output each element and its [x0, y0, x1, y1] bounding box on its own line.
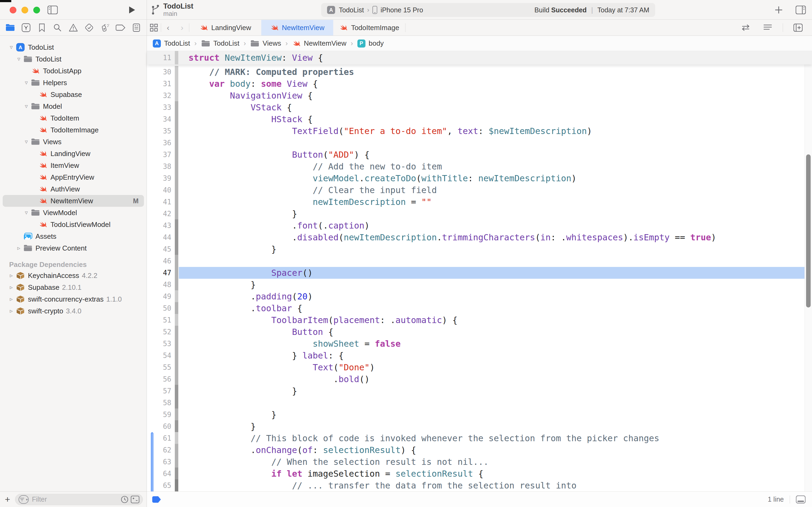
- close-window-button[interactable]: [10, 7, 16, 13]
- code-line-48[interactable]: 48}: [147, 279, 812, 291]
- code-line-37[interactable]: 37Button("ADD") {: [147, 149, 812, 161]
- breadcrumb-item-body[interactable]: Pbody: [357, 39, 384, 48]
- code-line-33[interactable]: 33VStack {: [147, 102, 812, 113]
- sidebar-item-Views[interactable]: ▿Views: [0, 136, 147, 148]
- line-number[interactable]: 61: [147, 432, 171, 444]
- line-number[interactable]: 53: [147, 338, 171, 350]
- sidebar-item-Assets[interactable]: Assets: [0, 230, 147, 242]
- sidebar-item-Preview-Content[interactable]: ▹Preview Content: [0, 242, 147, 254]
- code-line-59[interactable]: 59}: [147, 409, 812, 420]
- breakpoint-tag-icon[interactable]: [115, 22, 126, 34]
- sidebar-item-TodoList[interactable]: ▿ATodoList: [0, 41, 147, 53]
- scrollbar-thumb[interactable]: [806, 154, 811, 307]
- line-number[interactable]: 44: [147, 231, 171, 243]
- sidebar-item-TodoListApp[interactable]: TodoListApp: [0, 65, 147, 77]
- line-number[interactable]: 41: [147, 196, 171, 208]
- source-editor[interactable]: 11struct NewItemView: View { 30// MARK: …: [147, 51, 812, 492]
- line-number[interactable]: 57: [147, 385, 171, 397]
- test-diamond-icon[interactable]: [83, 22, 95, 34]
- code-line-54[interactable]: 54} label: {: [147, 350, 812, 361]
- code-line-47[interactable]: 47Spacer(): [147, 267, 812, 279]
- disclosure-open-icon[interactable]: ▿: [15, 56, 22, 63]
- disclosure-closed-icon[interactable]: ▹: [8, 272, 14, 279]
- line-number[interactable]: 31: [147, 78, 171, 90]
- breadcrumb-item-NewItemView[interactable]: NewItemView: [292, 39, 346, 48]
- sidebar-item-TodoItem[interactable]: TodoItem: [0, 112, 147, 124]
- editor-scrollbar[interactable]: [805, 64, 812, 492]
- line-number[interactable]: 55: [147, 361, 171, 373]
- line-number[interactable]: 64: [147, 468, 171, 480]
- code-line-60[interactable]: 60}: [147, 420, 812, 432]
- line-number[interactable]: 50: [147, 302, 171, 314]
- package-item-swift-crypto[interactable]: ▹swift-crypto3.4.0: [0, 305, 147, 317]
- recent-files-clock-icon[interactable]: [121, 496, 129, 504]
- line-number[interactable]: 34: [147, 113, 171, 125]
- code-line-45[interactable]: 45}: [147, 243, 812, 255]
- toggle-navigator-sidebar-icon[interactable]: [47, 5, 58, 15]
- swap-editors-icon[interactable]: [739, 24, 753, 31]
- line-number[interactable]: 38: [147, 161, 171, 172]
- code-line-43[interactable]: 43.font(.caption): [147, 220, 812, 231]
- source-control-status[interactable]: TodoList main: [151, 2, 193, 17]
- add-item-plus-button[interactable]: +: [0, 494, 15, 505]
- line-number[interactable]: 59: [147, 409, 171, 420]
- package-item-KeychainAccess[interactable]: ▹KeychainAccess4.2.2: [0, 270, 147, 281]
- code-line-51[interactable]: 51ToolbarItem(placement: .automatic) {: [147, 314, 812, 326]
- run-button[interactable]: [127, 5, 137, 15]
- toggle-debug-area-icon[interactable]: [796, 496, 806, 504]
- line-number[interactable]: 32: [147, 90, 171, 102]
- disclosure-open-icon[interactable]: ▿: [23, 79, 30, 86]
- sidebar-item-TodoItemImage[interactable]: TodoItemImage: [0, 124, 147, 136]
- sidebar-item-AuthView[interactable]: AuthView: [0, 183, 147, 195]
- bookmark-icon[interactable]: [36, 22, 48, 34]
- sidebar-item-NewItemView[interactable]: NewItemViewM: [0, 195, 147, 207]
- filter-input[interactable]: [29, 496, 118, 503]
- line-number[interactable]: 54: [147, 350, 171, 361]
- code-line-56[interactable]: 56.bold(): [147, 373, 812, 385]
- tab-TodoItemImage[interactable]: TodoItemImage: [333, 20, 405, 36]
- line-number[interactable]: 49: [147, 291, 171, 302]
- source-control-changes-icon[interactable]: [131, 496, 139, 503]
- forward-chevron-icon[interactable]: ›: [175, 20, 189, 36]
- minimize-window-button[interactable]: [21, 7, 28, 13]
- sidebar-item-Supabase[interactable]: Supabase: [0, 89, 147, 101]
- code-line-65[interactable]: 65// ... transfer the data from the sele…: [147, 480, 812, 492]
- sidebar-item-AppEntryView[interactable]: AppEntryView: [0, 171, 147, 183]
- sidebar-item-ItemView[interactable]: ItemView: [0, 160, 147, 171]
- line-number[interactable]: 45: [147, 243, 171, 255]
- code-line-34[interactable]: 34HStack {: [147, 113, 812, 125]
- editor-options-lines-icon[interactable]: [761, 24, 775, 31]
- add-file-plus-icon[interactable]: [773, 5, 784, 15]
- disclosure-open-icon[interactable]: ▿: [23, 209, 30, 216]
- sidebar-item-TodoListViewModel[interactable]: TodoListViewModel: [0, 219, 147, 230]
- line-number[interactable]: 36: [147, 137, 171, 149]
- sidebar-item-LandingView[interactable]: LandingView: [0, 148, 147, 160]
- line-number[interactable]: 30: [147, 66, 171, 78]
- code-line-35[interactable]: 35TextField("Enter a to-do item", text: …: [147, 125, 812, 137]
- line-number[interactable]: 65: [147, 480, 171, 492]
- code-line-62[interactable]: 62.onChange(of: selectionResult) {: [147, 444, 812, 456]
- code-line-52[interactable]: 52Button {: [147, 326, 812, 338]
- code-line-58[interactable]: 58: [147, 397, 812, 409]
- breadcrumb-item-TodoList[interactable]: ATodoList: [153, 39, 190, 48]
- code-line-30[interactable]: 30// MARK: Computed properties: [147, 66, 812, 78]
- scheme-project-label[interactable]: TodoList: [339, 6, 364, 14]
- debug-spray-icon[interactable]: [99, 22, 111, 34]
- line-number[interactable]: 48: [147, 279, 171, 291]
- code-line-31[interactable]: 31var body: some View {: [147, 78, 812, 90]
- code-line-55[interactable]: 55Text("Done"): [147, 361, 812, 373]
- code-line-53[interactable]: 53showSheet = false: [147, 338, 812, 350]
- code-line-50[interactable]: 50.toolbar {: [147, 302, 812, 314]
- breadcrumb-item-Views[interactable]: Views: [250, 39, 281, 48]
- package-item-Supabase[interactable]: ▹Supabase2.10.1: [0, 281, 147, 293]
- sidebar-item-TodoList[interactable]: ▿TodoList: [0, 53, 147, 65]
- scheme-selector[interactable]: A TodoList › iPhone 15 Pro Build Succeed…: [321, 3, 655, 17]
- line-number[interactable]: 39: [147, 172, 171, 184]
- source-control-icon[interactable]: [20, 22, 32, 34]
- add-editor-icon[interactable]: [791, 23, 805, 32]
- disclosure-open-icon[interactable]: ▿: [23, 103, 30, 110]
- line-number[interactable]: 56: [147, 373, 171, 385]
- sidebar-item-ViewModel[interactable]: ▿ViewModel: [0, 207, 147, 219]
- back-chevron-icon[interactable]: ‹: [161, 20, 175, 36]
- line-number[interactable]: 35: [147, 125, 171, 137]
